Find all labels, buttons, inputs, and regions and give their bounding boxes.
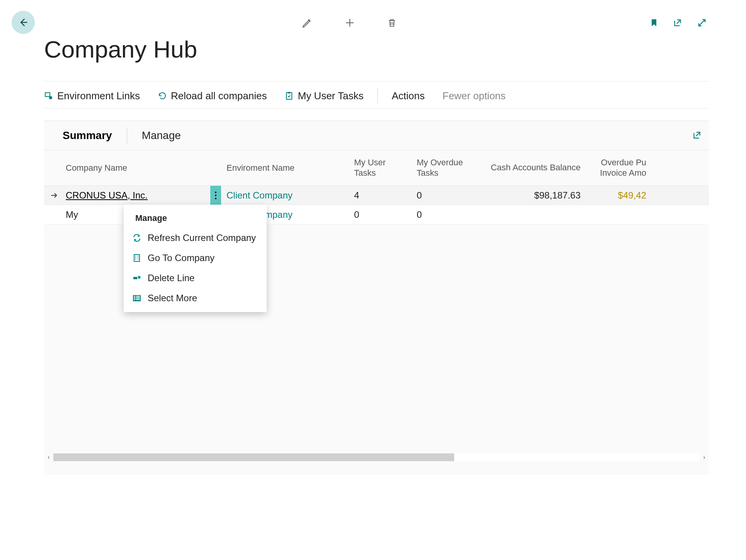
svg-rect-2 xyxy=(286,93,292,99)
label: My User Tasks xyxy=(298,90,363,102)
env-link-icon xyxy=(44,91,53,100)
col-cash-balance[interactable]: Cash Accounts Balance xyxy=(474,150,586,185)
row-menu-cell xyxy=(210,186,221,205)
my-tasks-cell: 4 xyxy=(349,186,411,205)
arrow-left-icon xyxy=(18,17,29,28)
col-selector xyxy=(44,150,64,185)
overdue-invoice-cell xyxy=(586,205,652,224)
refresh-icon xyxy=(132,233,141,243)
company-name-cell[interactable]: CRONUS USA, Inc. xyxy=(64,186,210,205)
svg-rect-0 xyxy=(45,93,50,97)
svg-rect-4 xyxy=(134,255,140,261)
label: Go To Company xyxy=(148,253,215,263)
expand-icon xyxy=(697,17,707,28)
scroll-thumb[interactable] xyxy=(53,453,454,461)
my-user-tasks-button[interactable]: My User Tasks xyxy=(284,90,363,102)
select-more-icon xyxy=(132,294,141,303)
menu-delete-line[interactable]: Delete Line xyxy=(124,268,267,288)
building-icon xyxy=(132,253,141,263)
col-actions xyxy=(210,150,221,185)
vertical-dots-icon xyxy=(215,191,216,200)
menu-goto-company[interactable]: Go To Company xyxy=(124,248,267,268)
scroll-track[interactable] xyxy=(53,453,700,461)
bookmark-button[interactable] xyxy=(649,17,659,28)
environment-links-button[interactable]: Environment Links xyxy=(44,90,140,102)
label: Environment Links xyxy=(57,90,140,102)
cash-balance-cell xyxy=(474,205,586,224)
menu-select-more[interactable]: Select More xyxy=(124,288,267,308)
actions-menu[interactable]: Actions xyxy=(392,90,424,102)
label: Select More xyxy=(148,293,197,304)
overdue-tasks-cell: 0 xyxy=(411,186,474,205)
col-company-name[interactable]: Company Name xyxy=(64,150,210,185)
label: Fewer options xyxy=(443,90,506,102)
label: Refresh Current Company xyxy=(148,232,256,243)
row-indicator xyxy=(44,205,64,224)
menu-refresh-company[interactable]: Refresh Current Company xyxy=(124,228,267,248)
row-more-button[interactable] xyxy=(210,186,221,205)
overdue-invoice-cell: $49,42 xyxy=(586,186,652,205)
edit-button[interactable] xyxy=(301,17,313,29)
row-context-menu: Manage Refresh Current Company Go To Com… xyxy=(124,205,267,312)
refresh-icon xyxy=(158,91,167,100)
bookmark-icon xyxy=(649,17,659,28)
pencil-icon xyxy=(301,17,313,29)
expand-button[interactable] xyxy=(697,17,707,28)
col-my-overdue-tasks[interactable]: My Overdue Tasks xyxy=(411,150,474,185)
scroll-right-button[interactable]: › xyxy=(700,454,709,461)
horizontal-scrollbar[interactable]: ‹ › xyxy=(44,453,709,462)
new-button[interactable] xyxy=(344,17,356,29)
label: Actions xyxy=(392,90,424,102)
back-button[interactable] xyxy=(12,11,35,34)
svg-point-1 xyxy=(49,96,52,99)
separator xyxy=(127,128,127,143)
tab-manage[interactable]: Manage xyxy=(134,129,189,142)
col-environment-name[interactable]: Enviroment Name xyxy=(221,150,349,185)
clipboard-check-icon xyxy=(284,91,294,100)
delete-line-icon xyxy=(132,273,141,283)
overdue-tasks-cell: 0 xyxy=(411,205,474,224)
plus-icon xyxy=(344,17,356,29)
table-row[interactable]: CRONUS USA, Inc. Client Company 4 0 $98,… xyxy=(44,186,709,205)
trash-icon xyxy=(387,17,397,28)
popout-icon xyxy=(673,18,683,28)
row-indicator xyxy=(44,186,64,205)
col-my-user-tasks[interactable]: My User Tasks xyxy=(349,150,411,185)
delete-button[interactable] xyxy=(387,17,397,29)
separator xyxy=(377,88,378,104)
label: Delete Line xyxy=(148,273,194,283)
open-new-window-button[interactable] xyxy=(673,17,683,28)
environment-cell[interactable]: Client Company xyxy=(221,186,349,205)
label: Reload all companies xyxy=(171,90,267,102)
arrow-right-icon xyxy=(50,191,58,200)
reload-all-button[interactable]: Reload all companies xyxy=(158,90,267,102)
col-overdue-invoice[interactable]: Overdue Pu Invoice Amo xyxy=(586,150,652,185)
grid-popout-button[interactable] xyxy=(692,130,702,142)
divider xyxy=(44,81,709,81)
cash-balance-cell: $98,187.63 xyxy=(474,186,586,205)
page-title: Company Hub xyxy=(44,36,197,63)
fewer-options-button[interactable]: Fewer options xyxy=(443,90,506,102)
company-link[interactable]: CRONUS USA, Inc. xyxy=(66,190,148,201)
tab-summary[interactable]: Summary xyxy=(55,129,120,142)
scroll-left-button[interactable]: ‹ xyxy=(44,454,53,461)
menu-title: Manage xyxy=(124,205,267,228)
svg-rect-3 xyxy=(288,92,290,93)
divider xyxy=(44,108,709,109)
my-tasks-cell: 0 xyxy=(349,205,411,224)
svg-rect-5 xyxy=(133,277,137,279)
popout-icon xyxy=(692,130,702,140)
